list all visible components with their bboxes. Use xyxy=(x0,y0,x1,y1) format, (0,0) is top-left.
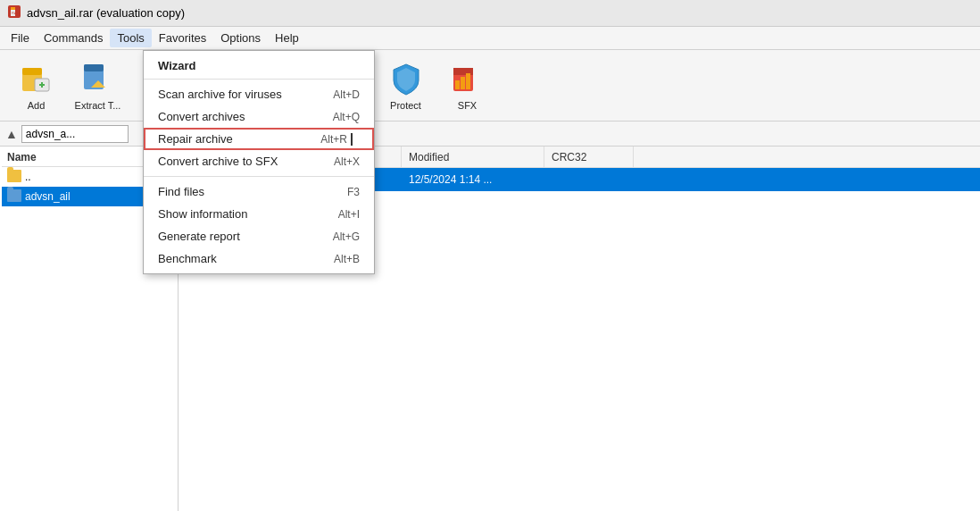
svg-rect-31 xyxy=(466,73,470,89)
svg-rect-5 xyxy=(22,68,42,75)
dd-item-show-info[interactable]: Show information Alt+I xyxy=(144,203,374,225)
toolbar-sfx[interactable]: SFX xyxy=(438,55,496,116)
dd-item-scan[interactable]: Scan archive for viruses Alt+D xyxy=(144,83,374,105)
add-label: Add xyxy=(28,100,46,111)
menu-favorites[interactable]: Favorites xyxy=(152,29,213,47)
col-header-crc: CRC32 xyxy=(544,147,634,167)
svg-rect-30 xyxy=(461,77,465,89)
dd-separator-1 xyxy=(144,79,374,80)
col-header-modified: Modified xyxy=(402,147,544,167)
dd-item-convert-sfx[interactable]: Convert archive to SFX Alt+X xyxy=(144,150,374,172)
extract-label: Extract T... xyxy=(75,100,121,111)
dd-item-wizard[interactable]: Wizard xyxy=(144,54,374,75)
cursor-indicator xyxy=(351,133,360,146)
menu-help[interactable]: Help xyxy=(268,29,306,47)
dd-convert-sfx-shortcut: Alt+X xyxy=(334,155,360,168)
nav-up-arrow[interactable]: ▲ xyxy=(5,127,18,141)
menu-file[interactable]: File xyxy=(4,29,37,47)
dd-repair-label: Repair archive xyxy=(158,132,233,146)
dd-scan-shortcut: Alt+D xyxy=(333,88,360,101)
address-input[interactable] xyxy=(21,125,129,143)
dd-convert-sfx-label: Convert archive to SFX xyxy=(158,155,278,168)
app-icon: RAR xyxy=(7,4,21,21)
menu-commands[interactable]: Commands xyxy=(37,29,110,47)
dd-benchmark-shortcut: Alt+B xyxy=(334,253,360,265)
dd-generate-shortcut: Alt+G xyxy=(333,230,360,243)
dd-item-repair[interactable]: Repair archive Alt+R xyxy=(144,128,374,150)
menu-options[interactable]: Options xyxy=(213,29,268,47)
dd-wizard-label: Wizard xyxy=(158,59,196,72)
dd-find-label: Find files xyxy=(158,185,204,198)
tools-dropdown-menu: Wizard Scan archive for viruses Alt+D Co… xyxy=(143,50,375,274)
toolbar-extract[interactable]: Extract T... xyxy=(69,55,127,116)
svg-rect-2 xyxy=(11,7,15,10)
dd-benchmark-label: Benchmark xyxy=(158,252,217,265)
toolbar-protect[interactable]: Protect xyxy=(377,55,435,116)
menu-tools[interactable]: Tools xyxy=(110,29,151,47)
folder-icon-parent xyxy=(7,170,21,184)
title-bar: RAR advsn_ail.rar (evaluation copy) xyxy=(0,0,980,27)
dd-item-generate[interactable]: Generate report Alt+G xyxy=(144,225,374,247)
dd-show-info-shortcut: Alt+I xyxy=(338,208,360,221)
content-cell-modified-0: 12/5/2024 1:14 ... xyxy=(402,173,544,186)
dd-item-find[interactable]: Find files F3 xyxy=(144,180,374,203)
dd-convert-label: Convert archives xyxy=(158,110,245,123)
svg-rect-10 xyxy=(84,64,104,71)
dd-item-convert[interactable]: Convert archives Alt+Q xyxy=(144,105,374,128)
menu-bar: File Commands Tools Favorites Options He… xyxy=(0,27,980,50)
folder-icon-advsn xyxy=(7,189,21,204)
dd-generate-label: Generate report xyxy=(158,230,240,243)
dd-separator-2 xyxy=(144,176,374,177)
dd-item-benchmark[interactable]: Benchmark Alt+B xyxy=(144,247,374,270)
dd-scan-label: Scan archive for viruses xyxy=(158,88,282,101)
sfx-label: SFX xyxy=(458,100,477,111)
toolbar-add[interactable]: Add xyxy=(7,55,65,116)
dd-find-shortcut: F3 xyxy=(347,186,360,198)
svg-text:RAR: RAR xyxy=(12,11,20,15)
protect-label: Protect xyxy=(390,100,421,111)
dd-convert-shortcut: Alt+Q xyxy=(333,111,360,123)
window-title: advsn_ail.rar (evaluation copy) xyxy=(27,6,185,20)
dd-show-info-label: Show information xyxy=(158,207,247,221)
dd-repair-shortcut: Alt+R xyxy=(320,133,347,146)
svg-rect-29 xyxy=(455,80,460,89)
